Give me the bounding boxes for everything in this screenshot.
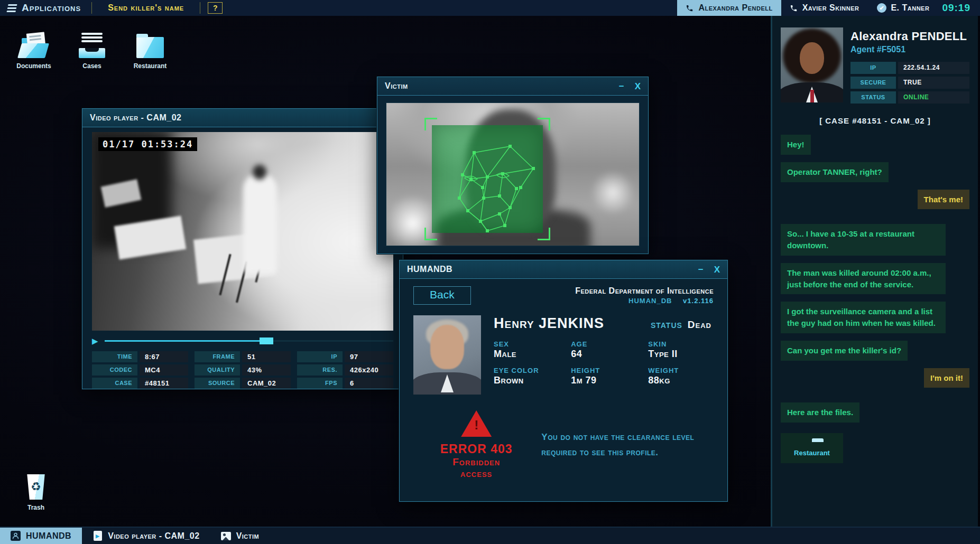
play-button[interactable]: ▶ <box>92 337 98 345</box>
topbar-separator <box>200 2 200 14</box>
stat-label: FPS <box>297 378 343 389</box>
stat-label: TIME <box>92 351 137 362</box>
desktop-icon-documents[interactable]: Documents <box>10 31 58 70</box>
video-player-titlebar[interactable]: Video player - CAM_02 <box>82 109 403 127</box>
phone-icon <box>686 4 694 12</box>
status-value: Dead <box>688 319 711 331</box>
minimize-icon: − <box>619 81 624 91</box>
field-value: Type II <box>648 349 714 360</box>
call-tab-xavier-skinner[interactable]: Xavier Skinner <box>781 0 868 16</box>
chat-message: I'm on it! <box>924 368 969 388</box>
call-tab-alexandra-pendell[interactable]: Alexandra Pendell <box>677 0 781 16</box>
person-name: Henry JENKINS <box>494 315 604 332</box>
taskbar-item-label: HUMANDB <box>26 531 71 541</box>
progress-fill <box>105 340 261 342</box>
org-block: Federal Department of Intelligence HUMAN… <box>575 286 714 305</box>
desktop-icon-restaurant[interactable]: Restaurant <box>126 31 174 70</box>
cctv-video-screen: 01/17 01:53:24 <box>92 132 393 331</box>
warning-triangle-icon: ! <box>461 410 492 437</box>
stat-value: 43% <box>242 364 291 376</box>
clock: 09:19 <box>939 2 980 14</box>
cases-inbox-icon <box>68 31 116 58</box>
minimize-button[interactable]: − <box>698 265 704 274</box>
humandb-titlebar[interactable]: HUMANDB − X <box>400 260 727 279</box>
applications-label: Applications <box>22 2 81 14</box>
field-label: SEX <box>494 340 566 348</box>
info-value: 222.54.1.24 <box>898 62 969 74</box>
app-version: v1.2.116 <box>683 297 714 305</box>
stat-label: CASE <box>92 378 137 389</box>
video-timestamp: 01/17 01:53:24 <box>98 137 197 151</box>
chat-log[interactable]: Hey! Operator TANNER, right? That's me! … <box>781 135 969 527</box>
trash-icon: ♻ <box>26 474 46 500</box>
field-value: 64 <box>571 349 643 360</box>
stat-label: FRAME <box>195 351 240 362</box>
close-button[interactable]: X <box>635 82 641 91</box>
humandb-window: HUMANDB − X Back Federal Department of I… <box>399 260 728 502</box>
victim-window: Victim − X <box>377 77 649 254</box>
operator-badge: ✔ E. Tanner <box>867 3 939 13</box>
minimize-icon: − <box>698 265 704 275</box>
photo-file-icon <box>221 531 231 541</box>
field-value: Male <box>494 349 566 360</box>
progress-handle[interactable] <box>260 337 273 344</box>
trash-bin[interactable]: ♻ Trash <box>15 474 57 511</box>
humandb-toolbar: Back Federal Department of Intelligence … <box>413 286 714 305</box>
attachment-restaurant-folder[interactable]: Restaurant <box>781 433 843 463</box>
objective-button[interactable]: Send killer's name <box>94 0 198 16</box>
close-icon: X <box>714 265 720 275</box>
chat-message: The man was killed around 02:00 a.m., ju… <box>781 263 946 295</box>
minimize-button[interactable]: − <box>619 82 624 91</box>
call-tab-label: Xavier Skinner <box>802 3 859 13</box>
desktop-icon-cases[interactable]: Cases <box>68 31 116 70</box>
stat-value: 97 <box>345 351 393 362</box>
app-name: HUMAN_DB <box>628 297 672 305</box>
close-button[interactable]: X <box>714 265 720 274</box>
back-button[interactable]: Back <box>413 286 471 305</box>
info-label: IP <box>850 62 896 74</box>
victim-titlebar[interactable]: Victim − X <box>377 77 648 96</box>
victim-body <box>377 96 648 253</box>
person-status: STATUS Dead <box>651 319 714 331</box>
chat-message: Can you get me the killer's id? <box>781 341 908 361</box>
desktop-icon-label: Documents <box>10 62 58 70</box>
field-label: HEIGHT <box>571 367 643 374</box>
hamburger-icon <box>6 4 17 12</box>
victim-photo <box>386 102 640 246</box>
stat-value: 8:67 <box>140 351 188 362</box>
applications-menu-button[interactable]: Applications <box>0 0 89 16</box>
field-label: WEIGHT <box>648 367 714 374</box>
contact-meta: Alexandra PENDELL Agent #F5051 IP222.54.… <box>850 27 969 104</box>
chat-message: Here are the files. <box>781 402 859 423</box>
video-stats-table: TIME8:67 FRAME51 IP97 CODECMC4 QUALITY43… <box>92 351 393 389</box>
trash-label: Trash <box>15 504 57 511</box>
contact-card: Alexandra PENDELL Agent #F5051 IP222.54.… <box>781 27 969 104</box>
desktop-icon-label: Restaurant <box>126 62 174 70</box>
taskbar-item-humandb[interactable]: HUMANDB <box>0 528 82 544</box>
taskbar-item-label: Video player - CAM_02 <box>108 531 199 541</box>
video-player-body: 01/17 01:53:24 ▶ TIME8:67 FRAME51 IP97 C… <box>82 127 403 394</box>
case-header: [ CASE #48151 - CAM_02 ] <box>781 116 969 125</box>
help-button[interactable]: ? <box>208 2 223 14</box>
error-name: Forbidden access <box>436 456 517 480</box>
stat-label: CODEC <box>92 364 137 376</box>
stat-label: RES. <box>297 364 343 376</box>
info-label: SECURE <box>850 77 896 89</box>
field-label: SKIN <box>648 340 714 348</box>
cctv-person-silhouette <box>243 173 277 274</box>
chat-message: That's me! <box>918 190 969 210</box>
scan-frame-brackets <box>424 118 550 240</box>
info-label: STATUS <box>850 91 896 104</box>
taskbar-item-victim[interactable]: Victim <box>210 528 270 544</box>
recycle-icon: ♻ <box>31 480 41 494</box>
taskbar-item-video-player[interactable]: ▶ Video player - CAM_02 <box>82 528 210 544</box>
chat-message: I got the surveillance camera and a list… <box>781 302 946 333</box>
progress-track[interactable] <box>105 340 393 342</box>
humandb-body: Back Federal Department of Intelligence … <box>400 279 727 480</box>
humandb-person-icon <box>11 531 21 541</box>
folder-icon <box>126 31 174 58</box>
taskbar-item-label: Victim <box>236 531 260 541</box>
field-value: 88kg <box>648 375 714 386</box>
status-badge: ONLINE <box>898 91 969 104</box>
stat-value: 426x240 <box>345 364 393 376</box>
